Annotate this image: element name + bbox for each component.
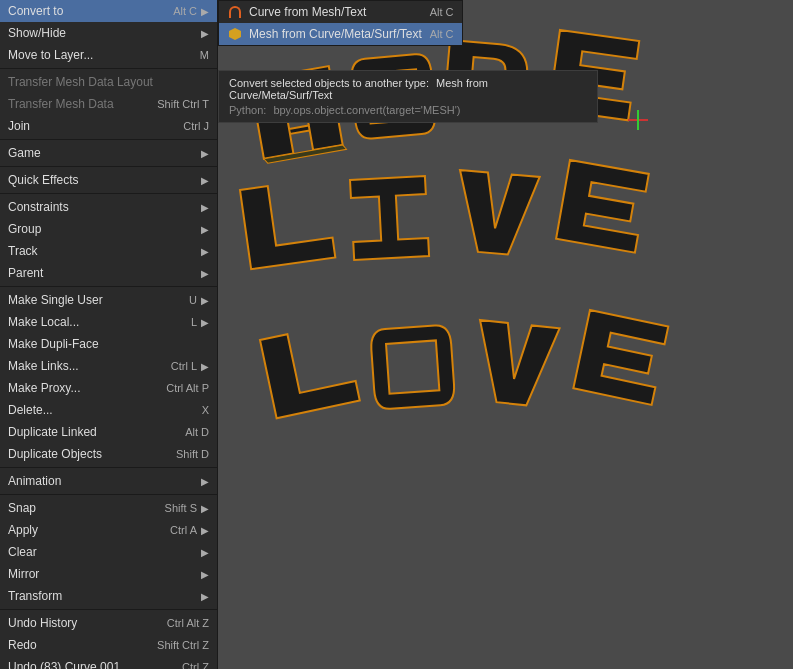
submenu-item-mesh-from-curve[interactable]: Mesh from Curve/Meta/Surf/TextAlt C	[219, 23, 462, 45]
menu-item-transfer-mesh-data-layout[interactable]: Transfer Mesh Data Layout	[0, 71, 217, 93]
menu-item-label-move-to-layer: Move to Layer...	[8, 48, 93, 62]
menu-item-label-transfer-mesh-data: Transfer Mesh Data	[8, 97, 114, 111]
menu-item-label-duplicate-linked: Duplicate Linked	[8, 425, 97, 439]
menu-item-transfer-mesh-data[interactable]: Transfer Mesh DataShift Ctrl T	[0, 93, 217, 115]
menu-item-mirror[interactable]: Mirror▶	[0, 563, 217, 585]
menu-item-right-show-hide: ▶	[201, 28, 209, 39]
menu-item-shortcut-undo: Ctrl Z	[182, 661, 209, 669]
menu-item-label-animation: Animation	[8, 474, 61, 488]
menu-item-right-apply: Ctrl A▶	[162, 524, 209, 536]
menu-item-label-make-proxy: Make Proxy...	[8, 381, 80, 395]
menu-item-shortcut-make-single-user: U	[189, 294, 197, 306]
menu-item-right-snap: Shift S▶	[157, 502, 209, 514]
menu-separator	[0, 467, 217, 468]
tooltip-python-label: Python:	[229, 104, 266, 116]
menu-item-arrow-make-local: ▶	[201, 317, 209, 328]
submenu: Curve from Mesh/TextAlt CMesh from Curve…	[218, 0, 463, 46]
menu-item-label-quick-effects: Quick Effects	[8, 173, 78, 187]
menu-item-shortcut-move-to-layer: M	[200, 49, 209, 61]
menu-separator	[0, 166, 217, 167]
menu-item-arrow-convert-to: ▶	[201, 6, 209, 17]
menu-separator	[0, 68, 217, 69]
menu-item-shortcut-delete: X	[202, 404, 209, 416]
mesh-icon	[227, 26, 243, 42]
menu-item-shortcut-redo: Shift Ctrl Z	[157, 639, 209, 651]
menu-item-right-group: ▶	[201, 224, 209, 235]
menu-item-make-single-user[interactable]: Make Single UserU▶	[0, 289, 217, 311]
menu-item-right-make-single-user: U▶	[181, 294, 209, 306]
menu-item-parent[interactable]: Parent▶	[0, 262, 217, 284]
menu-item-right-join: Ctrl J	[175, 120, 209, 132]
menu-item-right-make-links: Ctrl L▶	[163, 360, 209, 372]
menu-item-arrow-game: ▶	[201, 148, 209, 159]
menu-item-label-track: Track	[8, 244, 38, 258]
menu-item-arrow-animation: ▶	[201, 476, 209, 487]
menu-item-label-make-links: Make Links...	[8, 359, 79, 373]
menu-item-label-show-hide: Show/Hide	[8, 26, 66, 40]
menu-item-shortcut-join: Ctrl J	[183, 120, 209, 132]
submenu-item-curve-from-mesh[interactable]: Curve from Mesh/TextAlt C	[219, 1, 462, 23]
menu-item-shortcut-make-links: Ctrl L	[171, 360, 197, 372]
menu-item-make-proxy[interactable]: Make Proxy...Ctrl Alt P	[0, 377, 217, 399]
menu-item-apply[interactable]: ApplyCtrl A▶	[0, 519, 217, 541]
menu-item-arrow-clear: ▶	[201, 547, 209, 558]
menu-item-clear[interactable]: Clear▶	[0, 541, 217, 563]
menu-item-arrow-transform: ▶	[201, 591, 209, 602]
menu-item-shortcut-make-proxy: Ctrl Alt P	[166, 382, 209, 394]
menu-item-right-transform: ▶	[201, 591, 209, 602]
menu-item-shortcut-transfer-mesh-data: Shift Ctrl T	[157, 98, 209, 110]
tooltip-title-label: Convert selected objects to another type…	[229, 77, 429, 89]
menu-item-undo-history[interactable]: Undo HistoryCtrl Alt Z	[0, 612, 217, 634]
menu-item-right-quick-effects: ▶	[201, 175, 209, 186]
menu-item-label-game: Game	[8, 146, 41, 160]
menu-item-label-join: Join	[8, 119, 30, 133]
menu-item-duplicate-linked[interactable]: Duplicate LinkedAlt D	[0, 421, 217, 443]
menu-item-snap[interactable]: SnapShift S▶	[0, 497, 217, 519]
submenu-item-label-curve-from-mesh: Curve from Mesh/Text	[249, 5, 422, 19]
tooltip-title: Convert selected objects to another type…	[229, 77, 587, 101]
menu-item-arrow-group: ▶	[201, 224, 209, 235]
menu-item-quick-effects[interactable]: Quick Effects▶	[0, 169, 217, 191]
menu-item-constraints[interactable]: Constraints▶	[0, 196, 217, 218]
menu-item-right-delete: X	[194, 404, 209, 416]
menu-item-group[interactable]: Group▶	[0, 218, 217, 240]
menu-item-arrow-make-single-user: ▶	[201, 295, 209, 306]
menu-item-make-dupli-face[interactable]: Make Dupli-Face	[0, 333, 217, 355]
menu-item-right-redo: Shift Ctrl Z	[149, 639, 209, 651]
menu-item-shortcut-make-local: L	[191, 316, 197, 328]
submenu-item-shortcut-mesh-from-curve: Alt C	[430, 28, 454, 40]
menu-item-convert-to[interactable]: Convert toAlt C▶	[0, 0, 217, 22]
menu-item-undo[interactable]: Undo (83) Curve.001Ctrl Z	[0, 656, 217, 669]
menu-item-redo[interactable]: RedoShift Ctrl Z	[0, 634, 217, 656]
menu-item-shortcut-snap: Shift S	[165, 502, 197, 514]
menu-item-show-hide[interactable]: Show/Hide▶	[0, 22, 217, 44]
menu-item-arrow-show-hide: ▶	[201, 28, 209, 39]
menu-item-arrow-snap: ▶	[201, 503, 209, 514]
menu-item-delete[interactable]: Delete...X	[0, 399, 217, 421]
menu-item-label-undo: Undo (83) Curve.001	[8, 660, 120, 669]
menu-separator	[0, 139, 217, 140]
menu-item-arrow-make-links: ▶	[201, 361, 209, 372]
menu-item-label-delete: Delete...	[8, 403, 53, 417]
menu-item-join[interactable]: JoinCtrl J	[0, 115, 217, 137]
menu-item-duplicate-objects[interactable]: Duplicate ObjectsShift D	[0, 443, 217, 465]
menu-panel: Convert toAlt C▶Show/Hide▶Move to Layer.…	[0, 0, 218, 669]
menu-item-right-duplicate-objects: Shift D	[168, 448, 209, 460]
menu-item-right-track: ▶	[201, 246, 209, 257]
menu-item-label-redo: Redo	[8, 638, 37, 652]
menu-item-track[interactable]: Track▶	[0, 240, 217, 262]
menu-item-make-local[interactable]: Make Local...L▶	[0, 311, 217, 333]
crosshair	[628, 110, 648, 130]
menu-item-transform[interactable]: Transform▶	[0, 585, 217, 607]
menu-item-label-snap: Snap	[8, 501, 36, 515]
menu-item-arrow-apply: ▶	[201, 525, 209, 536]
submenu-item-shortcut-curve-from-mesh: Alt C	[430, 6, 454, 18]
menu-item-right-undo-history: Ctrl Alt Z	[159, 617, 209, 629]
menu-item-animation[interactable]: Animation▶	[0, 470, 217, 492]
menu-item-make-links[interactable]: Make Links...Ctrl L▶	[0, 355, 217, 377]
menu-item-move-to-layer[interactable]: Move to Layer...M	[0, 44, 217, 66]
menu-item-game[interactable]: Game▶	[0, 142, 217, 164]
menu-item-right-transfer-mesh-data: Shift Ctrl T	[149, 98, 209, 110]
curve-icon	[227, 4, 243, 20]
menu-item-shortcut-apply: Ctrl A	[170, 524, 197, 536]
